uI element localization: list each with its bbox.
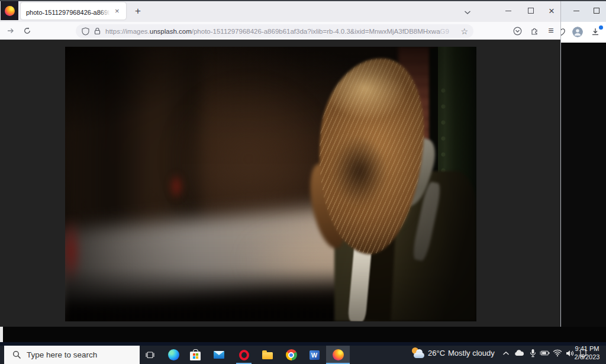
photo-layer-hood-strap — [388, 133, 441, 210]
desktop-screen: photo-1511297968426-a869b61af3da × + × — [0, 0, 606, 364]
weather-temperature[interactable]: 26°C — [428, 349, 445, 357]
hamburger-menu-icon: ≡ — [548, 25, 553, 36]
photo-layer-door-shade — [438, 221, 476, 321]
taskbar-opera-button[interactable] — [235, 346, 253, 364]
minimize-icon — [573, 11, 579, 11]
tab-title-wrap: photo-1511297968426-a869b61af3da — [26, 7, 112, 16]
photo-layer-hair-streaks — [308, 53, 432, 259]
opera-icon — [239, 350, 249, 360]
taskbar-word-button[interactable]: W — [305, 346, 323, 364]
tab-close-icon[interactable]: × — [115, 7, 120, 15]
battery-charging-icon — [539, 350, 550, 356]
url-text[interactable]: https://images.unsplash.com/photo-151129… — [105, 28, 457, 35]
mail-icon — [214, 351, 224, 359]
url-prefix: https://images. — [105, 28, 150, 35]
photo-layer-bottom-shadow — [65, 268, 476, 321]
taskbar-edge-button[interactable] — [165, 346, 182, 364]
pocket-icon — [513, 27, 522, 36]
photo-layer-shirt-collar — [354, 181, 372, 211]
background-minimize-button[interactable] — [566, 0, 587, 21]
photo-layer-green-door — [438, 47, 476, 321]
lock-icon[interactable] — [94, 27, 101, 35]
background-maximize-button[interactable] — [586, 0, 606, 21]
firefox-window: photo-1511297968426-a869b61af3da × + × — [0, 0, 560, 327]
url-domain: unsplash.com — [150, 28, 192, 35]
reload-icon — [23, 27, 31, 35]
forward-button[interactable] — [3, 24, 18, 38]
window-maximize-button[interactable] — [520, 0, 541, 21]
photo-layer-face-shadow — [331, 134, 388, 208]
photo-layer-red-smear — [169, 173, 183, 199]
close-icon: × — [549, 6, 555, 16]
photo-layer-door-rivets — [440, 86, 447, 263]
firefox-logo-icon — [5, 6, 15, 16]
forward-arrow-icon — [7, 27, 15, 35]
reload-button[interactable] — [20, 24, 35, 38]
extensions-button[interactable] — [527, 24, 542, 38]
taskbar-firefox-button-active[interactable] — [326, 346, 350, 364]
maximize-icon — [528, 8, 534, 14]
cloud-icon — [414, 353, 424, 358]
clock-date: 2/6/2023 — [570, 353, 604, 362]
weather-condition[interactable]: Mostly cloudy — [448, 349, 495, 357]
url-bar[interactable]: https://images.unsplash.com/photo-151129… — [76, 24, 473, 38]
photo-layer-hair-lock — [304, 160, 352, 252]
weather-icon[interactable] — [412, 347, 426, 359]
menu-button[interactable]: ≡ — [543, 24, 559, 38]
minimize-icon — [505, 11, 511, 11]
downloads-icon[interactable] — [591, 27, 602, 37]
taskbar-task-view-button[interactable] — [141, 346, 159, 364]
page-content — [0, 40, 560, 327]
photo-layer-strap — [411, 181, 442, 262]
background-window-sliver — [0, 327, 3, 342]
taskbar-mail-button[interactable] — [210, 346, 228, 364]
task-view-icon — [145, 350, 155, 359]
list-all-tabs-chevron-icon[interactable] — [460, 7, 475, 16]
onedrive-cloud-icon — [514, 350, 524, 356]
edge-icon — [168, 349, 179, 360]
taskbar-clock[interactable]: 9:41 PM 2/6/2023 — [570, 345, 604, 361]
photo-layer-floor-glow — [243, 224, 414, 295]
photo-layer-vignette — [65, 47, 476, 321]
new-tab-button[interactable]: + — [131, 4, 145, 18]
tray-microphone-button[interactable] — [527, 348, 538, 358]
window-close-button[interactable]: × — [541, 0, 562, 21]
taskbar-search-box[interactable] — [4, 346, 140, 364]
file-explorer-icon — [262, 352, 273, 359]
microphone-icon — [529, 349, 537, 357]
shield-icon[interactable] — [82, 27, 89, 36]
puzzle-icon — [530, 27, 539, 36]
photo-layer-base — [65, 47, 476, 321]
photo-layer-jacket-highlight — [342, 178, 416, 233]
photo-layer-jacket — [334, 171, 476, 321]
tray-onedrive-button[interactable] — [514, 348, 524, 358]
photo-layer-door-gap — [429, 47, 440, 321]
word-icon: W — [310, 350, 320, 360]
tray-wifi-button[interactable] — [552, 348, 563, 358]
tab-active[interactable]: photo-1511297968426-a869b61af3da × — [21, 2, 126, 20]
window-top-border — [0, 0, 606, 1]
chevron-up-icon — [502, 351, 510, 356]
background-window-toolbar — [561, 22, 606, 43]
favorites-heart-icon[interactable] — [561, 28, 566, 38]
photo-layer-hair — [308, 53, 432, 259]
search-icon — [12, 350, 21, 359]
taskbar-chrome-button[interactable] — [282, 346, 300, 364]
search-input[interactable] — [27, 350, 127, 359]
maximize-icon — [594, 8, 599, 14]
microsoft-store-icon — [190, 352, 201, 360]
taskbar-store-button[interactable] — [186, 346, 204, 364]
taskbar-file-explorer-button[interactable] — [259, 346, 276, 364]
profile-avatar-icon[interactable] — [572, 27, 583, 37]
url-path: /photo-1511297968426-a869b61af3da?ixlib=… — [192, 28, 440, 35]
browser-toolbar: https://images.unsplash.com/photo-151129… — [0, 22, 560, 40]
photo-layer-mid-wall — [169, 79, 328, 239]
tray-show-hidden-icons-button[interactable] — [501, 348, 511, 358]
window-minimize-button[interactable] — [498, 0, 519, 21]
unsplash-photo-image — [65, 47, 476, 321]
bookmark-star-icon[interactable]: ☆ — [460, 27, 468, 36]
tab-bar: photo-1511297968426-a869b61af3da × + × — [0, 0, 560, 22]
tray-battery-button[interactable] — [539, 348, 550, 358]
pocket-button[interactable] — [510, 24, 525, 38]
photo-layer-floor — [65, 199, 431, 309]
